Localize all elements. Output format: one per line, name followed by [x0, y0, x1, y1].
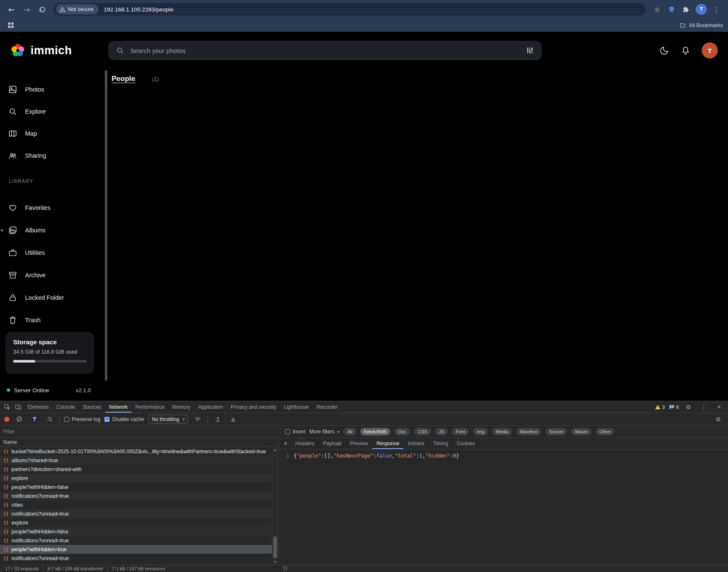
detail-tab-headers[interactable]: Headers — [291, 438, 319, 449]
disable-cache-checkbox[interactable]: ✓ — [104, 417, 109, 422]
reload-button[interactable] — [35, 3, 49, 16]
devtools-tab-application[interactable]: Application — [194, 401, 227, 413]
scrollbar-thumb[interactable] — [273, 536, 277, 558]
browser-profile-avatar[interactable]: T — [696, 4, 707, 15]
import-har-icon[interactable] — [212, 415, 223, 424]
preserve-log-checkbox[interactable] — [64, 417, 69, 422]
throttling-select[interactable]: No throttling ▾ — [148, 415, 188, 424]
clear-network-log-icon[interactable] — [14, 415, 25, 424]
filter-chip-font[interactable]: Font — [452, 428, 469, 435]
devtools-menu-kebab-icon[interactable]: ⋮ — [698, 402, 709, 412]
sidebar-item-albums[interactable]: ▾ Albums — [0, 219, 107, 241]
detail-tab-initiator[interactable]: Initiator — [403, 438, 428, 449]
sidebar-item-archive[interactable]: Archive — [0, 264, 107, 286]
request-list-scrollbar[interactable]: ▲ ▼ — [272, 447, 278, 565]
security-chip[interactable]: Not secure — [56, 4, 98, 14]
sidebar-item-sharing[interactable]: Sharing — [0, 145, 107, 167]
filter-chip-media[interactable]: Media — [492, 428, 512, 435]
scroll-up-icon[interactable]: ▲ — [272, 447, 278, 452]
invert-filter-toggle[interactable]: Invert — [285, 429, 305, 435]
close-detail-icon[interactable]: ✕ — [280, 439, 291, 448]
filter-chip-wasm[interactable]: Wasm — [571, 428, 592, 435]
detail-tab-cookies[interactable]: Cookies — [452, 438, 479, 449]
more-filters-dropdown[interactable]: More filters ▾ — [309, 429, 339, 435]
network-settings-gear-icon[interactable]: ⚙ — [713, 415, 724, 424]
disable-cache-toggle[interactable]: ✓ Disable cache — [104, 416, 144, 422]
detail-tab-timing[interactable]: Timing — [429, 438, 453, 449]
tab-groups-grid-icon[interactable] — [5, 21, 16, 30]
sidebar-item-trash[interactable]: Trash — [0, 309, 107, 331]
filter-chip-other[interactable]: Other — [596, 428, 615, 435]
network-request-row[interactable]: {}notifications?unread=true — [0, 509, 278, 518]
chevron-down-icon[interactable]: ▾ — [1, 227, 3, 233]
network-request-row[interactable]: {}people?withHidden=false — [0, 483, 278, 491]
bookmark-star-icon[interactable]: ☆ — [650, 3, 664, 16]
sidebar-item-map[interactable]: Map — [0, 123, 107, 145]
filter-funnel-icon[interactable] — [29, 415, 40, 424]
immich-logo[interactable]: immich — [10, 32, 72, 69]
detail-tab-response[interactable]: Response — [372, 438, 403, 449]
devtools-settings-gear-icon[interactable]: ⚙ — [683, 402, 694, 412]
inspect-element-icon[interactable] — [2, 402, 13, 412]
detail-tab-payload[interactable]: Payload — [319, 438, 345, 449]
sidebar-item-utilities[interactable]: Utilities — [0, 241, 107, 264]
preserve-log-toggle[interactable]: Preserve log — [64, 416, 100, 422]
device-toolbar-icon[interactable] — [13, 402, 24, 412]
detail-tab-preview[interactable]: Preview — [346, 438, 372, 449]
filter-chip-css[interactable]: CSS — [414, 428, 431, 435]
warnings-badge[interactable]: 3 — [655, 405, 665, 410]
devtools-tab-lighthouse[interactable]: Lighthouse — [280, 401, 313, 413]
network-request-row[interactable]: {}bucket?timeBucket=2025-10-01T00%3A00%3… — [0, 447, 278, 456]
dark-mode-moon-icon[interactable] — [659, 45, 669, 56]
filter-chip-fetch-xhr[interactable]: Fetch/XHR — [360, 428, 391, 435]
filter-chip-js[interactable]: JS — [435, 428, 448, 435]
network-request-row-selected[interactable]: {}people?withHidden=true — [0, 545, 278, 554]
forward-button[interactable]: → — [20, 3, 34, 16]
filter-chip-socket[interactable]: Socket — [545, 428, 567, 435]
address-bar[interactable]: Not secure 192.168.1.105:2283/people — [53, 3, 646, 16]
page-title[interactable]: People — [112, 75, 135, 83]
devtools-tab-sources[interactable]: Sources — [79, 401, 105, 413]
record-network-log-button[interactable] — [4, 417, 9, 422]
search-network-icon[interactable] — [44, 415, 55, 424]
shield-extension-icon[interactable] — [665, 3, 678, 16]
sidebar-item-favorites[interactable]: Favorites — [0, 196, 107, 219]
devtools-tab-network[interactable]: Network — [105, 401, 132, 413]
browser-menu-kebab-icon[interactable]: ⋮ — [709, 3, 724, 16]
sidebar-item-locked-folder[interactable]: Locked Folder — [0, 286, 107, 309]
search-filters-icon[interactable] — [526, 46, 534, 55]
scroll-down-icon[interactable]: ▼ — [272, 559, 278, 565]
network-filter-input[interactable] — [3, 429, 277, 435]
notifications-bell-icon[interactable] — [680, 45, 691, 56]
name-column-header[interactable]: Name — [0, 438, 278, 447]
filter-chip-doc[interactable]: Doc — [394, 428, 410, 435]
extensions-puzzle-icon[interactable] — [679, 3, 693, 16]
network-request-row[interactable]: {}notifications?unread=true — [0, 554, 278, 563]
network-request-row[interactable]: {}notifications?unread=true — [0, 491, 278, 500]
network-request-row[interactable]: {}albums?shared=true — [0, 456, 278, 465]
format-response-button[interactable]: {} — [283, 566, 288, 570]
devtools-tab-recorder[interactable]: Recorder — [313, 401, 341, 413]
invert-checkbox[interactable] — [285, 429, 290, 434]
sidebar-item-photos[interactable]: Photos — [0, 78, 107, 100]
devtools-tab-console[interactable]: Console — [53, 401, 79, 413]
network-request-row[interactable]: {}explore — [0, 474, 278, 483]
filter-chip-img[interactable]: Img — [473, 428, 488, 435]
back-button[interactable]: ← — [4, 3, 19, 16]
search-bar[interactable] — [108, 41, 542, 60]
sidebar-item-explore[interactable]: Explore — [0, 100, 107, 123]
devtools-close-icon[interactable]: ✕ — [714, 402, 725, 412]
network-request-row[interactable]: {}cities — [0, 500, 278, 509]
network-request-row[interactable]: {}partners?direction=shared-with — [0, 465, 278, 474]
devtools-tab-performance[interactable]: Performance — [132, 401, 168, 413]
network-conditions-icon[interactable] — [192, 415, 203, 424]
devtools-tab-memory[interactable]: Memory — [168, 401, 194, 413]
user-avatar[interactable]: T — [702, 42, 718, 59]
export-har-icon[interactable] — [227, 415, 238, 424]
filter-chip-all[interactable]: All — [343, 428, 356, 435]
network-request-row[interactable]: {}people?withHidden=false — [0, 527, 278, 536]
issues-badge[interactable]: 6 — [669, 405, 679, 410]
devtools-tab-elements[interactable]: Elements — [24, 401, 53, 413]
all-bookmarks-button[interactable]: All Bookmarks — [680, 22, 723, 28]
network-filter-box[interactable] — [3, 429, 277, 435]
